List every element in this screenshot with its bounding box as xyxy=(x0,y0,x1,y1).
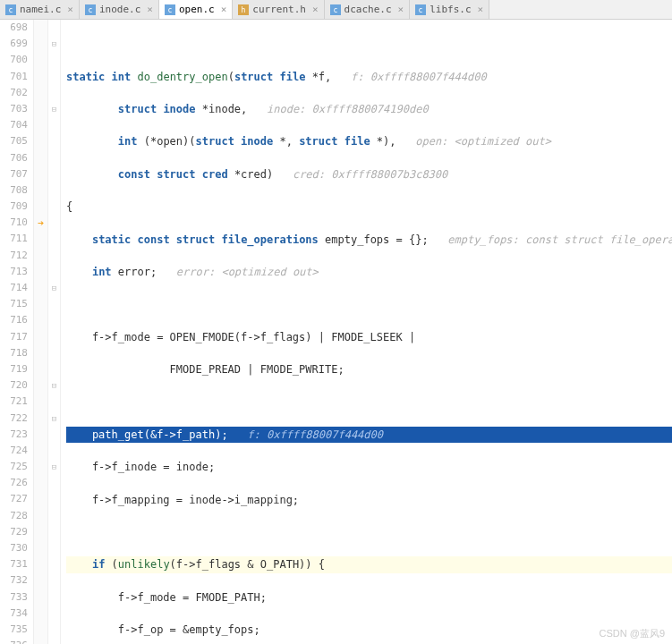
tab-label: dcache.c xyxy=(345,4,392,15)
close-icon[interactable]: × xyxy=(221,4,227,15)
fold-slot[interactable] xyxy=(48,199,60,215)
svg-text:c: c xyxy=(9,6,13,14)
marker-slot xyxy=(34,150,47,166)
fold-slot[interactable] xyxy=(48,85,60,101)
fold-slot[interactable] xyxy=(48,182,60,199)
marker-slot xyxy=(34,248,47,264)
fold-slot[interactable] xyxy=(48,427,60,443)
tab-libfs[interactable]: c libfs.c × xyxy=(410,0,489,19)
line-number: 726 xyxy=(0,475,28,491)
close-icon[interactable]: × xyxy=(147,4,153,15)
fold-slot[interactable] xyxy=(48,622,60,638)
svg-text:c: c xyxy=(89,6,93,14)
code-line[interactable]: int error; error: <optimized out> xyxy=(66,264,672,280)
fold-slot[interactable] xyxy=(48,296,60,312)
close-icon[interactable]: × xyxy=(67,4,73,15)
fold-slot[interactable] xyxy=(48,540,60,556)
code-line[interactable] xyxy=(66,524,672,540)
close-icon[interactable]: × xyxy=(312,4,319,15)
fold-slot[interactable] xyxy=(48,475,60,491)
code-line[interactable] xyxy=(66,394,672,411)
fold-slot[interactable] xyxy=(48,264,60,280)
tab-namei[interactable]: c namei.c × xyxy=(0,0,80,19)
code-line[interactable]: static int do_dentry_open(struct file *f… xyxy=(66,69,672,85)
fold-slot[interactable] xyxy=(48,69,60,85)
marker-slot xyxy=(34,166,47,182)
fold-slot[interactable] xyxy=(48,215,60,231)
fold-slot[interactable] xyxy=(48,606,60,622)
tab-dcache[interactable]: c dcache.c × xyxy=(325,0,411,19)
fold-slot[interactable] xyxy=(48,52,60,68)
marker-slot xyxy=(34,443,47,459)
tab-inode[interactable]: c inode.c × xyxy=(80,0,159,19)
code-line[interactable]: f->f_mapping = inode->i_mapping; xyxy=(66,492,672,508)
fold-slot[interactable]: ⊟ xyxy=(48,101,60,117)
close-icon[interactable]: × xyxy=(398,4,404,15)
marker-slot xyxy=(34,231,47,247)
fold-slot[interactable] xyxy=(48,589,60,606)
marker-slot xyxy=(34,36,47,52)
fold-slot[interactable] xyxy=(48,133,60,149)
fold-slot[interactable] xyxy=(48,394,60,410)
marker-gutter: ➔ xyxy=(34,20,48,644)
tab-label: inode.c xyxy=(99,4,140,15)
marker-slot xyxy=(34,101,47,117)
code-line[interactable]: f->f_inode = inode; xyxy=(66,459,672,475)
tab-current[interactable]: h current.h × xyxy=(233,0,324,19)
fold-slot[interactable]: ⊟ xyxy=(48,280,60,296)
line-number: 728 xyxy=(0,508,28,524)
tab-open[interactable]: c open.c × xyxy=(159,0,233,19)
fold-slot[interactable] xyxy=(48,329,60,345)
code-line[interactable]: FMODE_PREAD | FMODE_PWRITE; xyxy=(66,361,672,377)
fold-slot[interactable] xyxy=(48,556,60,572)
fold-slot[interactable] xyxy=(48,166,60,182)
marker-slot xyxy=(34,572,47,589)
code-line[interactable]: f->f_op = &empty_fops; xyxy=(66,622,672,638)
fold-slot[interactable] xyxy=(48,361,60,377)
fold-slot[interactable] xyxy=(48,524,60,540)
marker-slot xyxy=(34,411,47,427)
fold-slot[interactable]: ⊟ xyxy=(48,36,60,52)
marker-slot xyxy=(34,524,47,540)
fold-slot[interactable] xyxy=(48,20,60,36)
code-line[interactable]: f->f_mode = OPEN_FMODE(f->f_flags) | FMO… xyxy=(66,329,672,345)
fold-slot[interactable] xyxy=(48,248,60,264)
fold-slot[interactable]: ⊟ xyxy=(48,411,60,427)
code-line-current[interactable]: path_get(&f->f_path); f: 0xffff88007f444… xyxy=(66,427,672,443)
code-line[interactable] xyxy=(66,36,672,52)
code-line[interactable]: static const struct file_operations empt… xyxy=(66,232,672,248)
fold-slot[interactable] xyxy=(48,312,60,328)
code-line[interactable]: struct inode *inode, inode: 0xffff880074… xyxy=(66,101,672,117)
line-number: 732 xyxy=(0,572,28,589)
fold-slot[interactable] xyxy=(48,345,60,361)
marker-slot xyxy=(34,377,47,394)
c-file-icon: c xyxy=(85,4,96,15)
code-area[interactable]: static int do_dentry_open(struct file *f… xyxy=(61,20,672,644)
code-line[interactable]: { xyxy=(66,199,672,215)
code-line[interactable]: const struct cred *cred) cred: 0xffff880… xyxy=(66,166,672,182)
code-line[interactable] xyxy=(66,296,672,312)
fold-slot[interactable]: ⊟ xyxy=(48,459,60,475)
fold-slot[interactable] xyxy=(48,443,60,459)
fold-slot[interactable] xyxy=(48,150,60,166)
fold-slot[interactable] xyxy=(48,491,60,507)
line-number: 706 xyxy=(0,150,28,166)
fold-slot[interactable] xyxy=(48,572,60,589)
line-number: 736 xyxy=(0,638,28,644)
fold-slot[interactable] xyxy=(48,117,60,133)
code-line-highlight[interactable]: if (unlikely(f->f_flags & O_PATH)) { xyxy=(66,556,672,572)
marker-slot xyxy=(34,427,47,443)
fold-slot[interactable]: ⊟ xyxy=(48,377,60,394)
code-line[interactable]: f->f_mode = FMODE_PATH; xyxy=(66,589,672,606)
marker-slot xyxy=(34,345,47,361)
line-number: 733 xyxy=(0,589,28,606)
line-number: 713 xyxy=(0,264,28,280)
fold-slot[interactable] xyxy=(48,508,60,524)
fold-slot[interactable] xyxy=(48,231,60,247)
fold-slot[interactable] xyxy=(48,638,60,644)
code-line[interactable]: int (*open)(struct inode *, struct file … xyxy=(66,133,672,149)
marker-slot xyxy=(34,475,47,491)
line-number: 729 xyxy=(0,524,28,540)
line-number: 704 xyxy=(0,117,28,133)
close-icon[interactable]: × xyxy=(478,4,484,15)
